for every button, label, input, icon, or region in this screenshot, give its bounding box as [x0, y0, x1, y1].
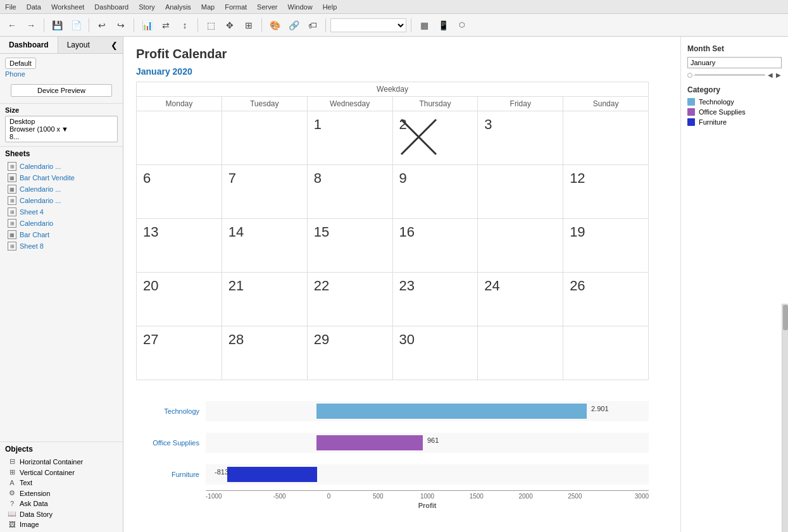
menu-story[interactable]: Story [139, 3, 155, 11]
sheet-item[interactable]: ▦ Calendario ... [5, 183, 118, 195]
category-title: Category [687, 85, 782, 94]
forward-button[interactable]: → [23, 17, 39, 34]
size-dropdown[interactable]: Desktop Browser (1000 x 8... ▼ [5, 116, 118, 142]
device-preview-button[interactable]: Device Preview [11, 84, 112, 97]
object-label-4: Extension [20, 490, 50, 497]
ask-data-icon: ? [8, 500, 16, 507]
slider-container: ◀ ▶ [687, 71, 782, 79]
label-button[interactable]: 🏷 [304, 17, 321, 34]
slider-dot [687, 73, 692, 78]
horizontal-container-icon: ⊟ [8, 457, 16, 466]
object-label-5: Ask Data [20, 500, 48, 507]
separator-5 [261, 18, 262, 32]
save-button[interactable]: 💾 [49, 17, 65, 34]
sheet-item[interactable]: ⊞ Calendario ... [5, 195, 118, 206]
pan-button[interactable]: ✥ [222, 17, 238, 34]
undo-button[interactable]: ↩ [94, 17, 110, 34]
size-section: Size Desktop Browser (1000 x 8... ▼ [0, 103, 123, 146]
menu-dashboard[interactable]: Dashboard [94, 3, 128, 11]
month-set-title: Month Set [687, 44, 782, 53]
bar-value-office-supplies: 961 [427, 436, 439, 444]
annotation-button[interactable]: 🔗 [285, 17, 302, 34]
device-button[interactable]: 📱 [435, 17, 451, 34]
legend-swatch-furniture [687, 118, 695, 126]
presentation-button[interactable]: ▦ [416, 17, 432, 34]
menu-window[interactable]: Window [288, 3, 313, 11]
sheet-item[interactable]: ⊞ Sheet 4 [5, 206, 118, 218]
legend-furniture: Furniture [687, 118, 782, 126]
tab-dashboard[interactable]: Dashboard [0, 37, 58, 53]
object-text[interactable]: A Text [5, 478, 118, 488]
object-data-story[interactable]: 📖 Data Story [5, 509, 118, 519]
legend-label-office-supplies: Office Supplies [699, 108, 746, 116]
col-monday: Monday [137, 97, 222, 111]
sheet-item[interactable]: ▦ Bar Chart [5, 229, 118, 240]
cal-cell-r3-c5 [478, 219, 563, 273]
menu-analysis[interactable]: Analysis [165, 3, 191, 11]
object-ask-data[interactable]: ? Ask Data [5, 498, 118, 509]
category-section: Category Technology Office Supplies Furn… [687, 85, 782, 128]
cal-cell-r3-c4: 16 [392, 219, 478, 273]
x-axis: -1000 -500 0 500 1000 1500 2000 2500 300… [206, 490, 649, 500]
view-section: Default Phone [0, 54, 123, 82]
cal-cell-r2-c5 [478, 165, 563, 219]
bar-office-supplies [316, 435, 423, 450]
new-button[interactable]: 📄 [68, 17, 84, 34]
bar-furniture [227, 467, 317, 482]
object-extension[interactable]: ⚙ Extension [5, 488, 118, 498]
slider-track[interactable] [694, 74, 765, 76]
sheet-label-8: Sheet 8 [20, 242, 44, 250]
weekday-header: Weekday [137, 82, 649, 97]
object-horizontal-container[interactable]: ⊟ Horizontal Container [5, 456, 118, 467]
sheet-item[interactable]: ⊞ Sheet 8 [5, 240, 118, 252]
default-view-btn[interactable]: Default [5, 58, 36, 69]
select-button[interactable]: ⬚ [203, 17, 219, 34]
sheet-item[interactable]: ▦ Bar Chart Vendite [5, 172, 118, 183]
objects-section: Objects ⊟ Horizontal Container ⊞ Vertica… [0, 442, 123, 532]
sheet-item[interactable]: ⊞ Calendario ... [5, 161, 118, 172]
cal-cell-r2-c6: 12 [563, 165, 649, 219]
swap-button[interactable]: ⇄ [158, 17, 174, 34]
collapse-button[interactable]: ❮ [106, 38, 123, 53]
redo-button[interactable]: ↪ [113, 17, 129, 34]
sort-button[interactable]: ↕ [177, 17, 193, 34]
share-button[interactable]: ⬡ [454, 17, 470, 34]
menu-data[interactable]: Data [27, 3, 41, 11]
device-preview-section: Device Preview [0, 82, 123, 103]
menu-map[interactable]: Map [201, 3, 215, 11]
sheet-item[interactable]: ⊞ Calendario [5, 218, 118, 229]
size-title: Size [5, 106, 118, 114]
cal-cell-r5-c4: 30 [392, 326, 478, 380]
object-vertical-container[interactable]: ⊞ Vertical Container [5, 467, 118, 478]
menu-format[interactable]: Format [225, 3, 247, 11]
back-button[interactable]: ← [4, 17, 20, 34]
menu-worksheet[interactable]: Worksheet [51, 3, 84, 11]
slider-right-arrow[interactable]: ▶ [775, 71, 782, 79]
phone-link[interactable]: Phone [5, 70, 118, 78]
legend-label-furniture: Furniture [699, 118, 727, 126]
menu-file[interactable]: File [5, 3, 16, 11]
menu-help[interactable]: Help [323, 3, 337, 11]
color-button[interactable]: 🎨 [266, 17, 283, 34]
cal-cell-r5-c1: 27 [137, 326, 222, 380]
separator-6 [325, 18, 326, 32]
month-input[interactable] [687, 57, 782, 68]
separator-2 [89, 18, 89, 32]
marks-dropdown[interactable] [330, 18, 406, 32]
filter-button[interactable]: ⊞ [241, 17, 257, 34]
sheet-label-4: Calendario ... [20, 197, 61, 204]
slider-left-arrow[interactable]: ◀ [767, 71, 773, 79]
menu-server[interactable]: Server [257, 3, 277, 11]
cal-cell-r4-c6: 26 [563, 273, 649, 326]
cell-number-2: 2 [399, 116, 407, 132]
cal-cell-r5-c3: 29 [307, 326, 392, 380]
separator-4 [197, 18, 198, 32]
x-tick-1000p: 1000 [403, 493, 452, 500]
cal-cell-r2-c3: 8 [307, 165, 392, 219]
tab-layout[interactable]: Layout [58, 37, 99, 53]
sheet-label-5: Sheet 4 [20, 208, 44, 216]
object-image[interactable]: 🖼 Image [5, 519, 118, 529]
chart-type-button[interactable]: 📊 [139, 17, 155, 34]
cal-cell-r1-c6 [563, 111, 649, 165]
calendar-table: Weekday Monday Tuesday Wednesday Thursda… [136, 82, 649, 380]
